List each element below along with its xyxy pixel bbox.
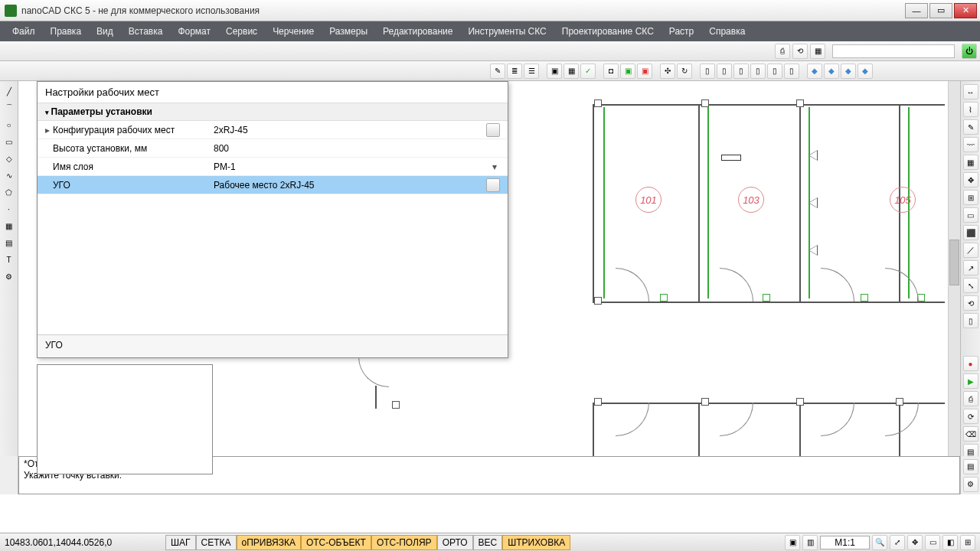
t2-12-icon[interactable]: ▯ [700,64,715,79]
panel-row-height[interactable]: Высота установки, мм 800 [38,139,508,158]
t2-11-icon[interactable]: ↻ [677,64,692,79]
panel-row-config[interactable]: ▸ Конфигурация рабочих мест 2xRJ-45 [38,121,508,139]
panel-group-header[interactable]: Параметры установки [38,103,508,121]
tool-c-icon[interactable]: ▦ [810,44,825,59]
toggle-hatch[interactable]: ШТРИХОВКА [502,535,570,550]
menu-help[interactable]: Справка [701,23,753,40]
toggle-lweight[interactable]: ВЕС [473,535,503,550]
toggle-otrack[interactable]: ОТС-ОБЪЕКТ [301,535,371,550]
lt-4-icon[interactable]: ▭ [2,135,16,148]
menu-format[interactable]: Формат [170,23,218,40]
row-browse-button[interactable] [486,123,500,137]
toggle-grid[interactable]: СЕТКА [196,535,237,550]
panel-row-ugo[interactable]: УГО Рабочее место 2xRJ-45 [38,176,508,194]
rt-12-icon[interactable]: ⤡ [963,278,978,293]
cmd-btn-1-icon[interactable]: ▤ [963,459,978,474]
rt-14-icon[interactable]: ▯ [963,313,978,328]
menu-draw[interactable]: Черчение [265,23,322,40]
rt-1-icon[interactable]: ↔ [963,84,978,99]
status-icon-1[interactable]: ▣ [785,535,800,550]
exit-icon[interactable]: ⏻ [962,44,977,59]
panel-row-layer[interactable]: Имя слоя PM-1 ▾ [38,158,508,176]
t2-13-icon[interactable]: ▯ [717,64,732,79]
tool-b-icon[interactable]: ⟲ [792,44,808,59]
menu-insert[interactable]: Вставка [121,23,171,40]
status-pan-icon[interactable]: ✥ [907,535,923,550]
rt-play-icon[interactable]: ▶ [963,373,978,389]
vertical-scrollbar[interactable] [948,81,960,478]
lt-text-icon[interactable]: T [2,253,16,266]
t2-7-icon[interactable]: ◘ [603,64,619,79]
t2-3-icon[interactable]: ☰ [524,64,539,79]
scrollbar-thumb[interactable] [949,240,959,285]
rt-4-icon[interactable]: 〰 [963,137,978,152]
t2-10-icon[interactable]: ✣ [660,64,675,79]
rt-10-icon[interactable]: ／ [963,243,978,258]
t2-9-icon[interactable]: ▣ [637,64,652,79]
menu-modify[interactable]: Редактирование [375,23,460,40]
rt-11-icon[interactable]: ↗ [963,260,978,276]
t2-20-icon[interactable]: ◆ [841,64,856,79]
rt-9-icon[interactable]: ⬛ [963,225,978,240]
lt-2-icon[interactable]: ⌒ [2,101,16,115]
t2-17-icon[interactable]: ▯ [784,64,799,79]
t2-21-icon[interactable]: ◆ [858,64,873,79]
menu-raster[interactable]: Растр [662,23,701,40]
menu-dimensions[interactable]: Размеры [322,23,375,40]
rt-19-icon[interactable]: ⌫ [963,426,978,442]
status-y-icon[interactable]: ◧ [942,535,958,550]
t2-4-icon[interactable]: ▣ [547,64,562,79]
t2-5-icon[interactable]: ▦ [564,64,579,79]
toolbar-input[interactable] [832,44,955,58]
t2-2-icon[interactable]: ≣ [507,64,522,79]
row-value[interactable]: 800 [214,143,500,154]
dropdown-icon[interactable]: ▾ [489,161,500,172]
toggle-snap[interactable]: ШАГ [165,535,196,550]
rt-18-icon[interactable]: ⟳ [963,409,978,424]
rt-3-icon[interactable]: ✎ [963,119,978,135]
cmd-btn-2-icon[interactable]: ⚙ [963,477,978,492]
toggle-polar[interactable]: ОТС-ПОЛЯР [371,535,437,550]
toggle-ortho[interactable]: ОРТО [437,535,473,550]
lt-12-icon[interactable]: ⚙ [2,269,16,283]
rt-8-icon[interactable]: ▭ [963,207,978,223]
lt-5-icon[interactable]: ◇ [2,152,16,165]
t2-19-icon[interactable]: ◆ [824,64,839,79]
rt-17-icon[interactable]: ⎙ [963,391,978,406]
maximize-button[interactable]: ▭ [929,3,952,18]
t2-8-icon[interactable]: ▣ [620,64,635,79]
rt-13-icon[interactable]: ⟲ [963,295,978,311]
t2-6-icon[interactable]: ✓ [580,64,596,79]
row-value[interactable]: PM-1 [214,161,489,172]
lt-6-icon[interactable]: ∿ [2,168,16,182]
lt-7-icon[interactable]: ⬠ [2,185,16,199]
t2-14-icon[interactable]: ▯ [733,64,749,79]
status-icon-2[interactable]: ▥ [802,535,818,550]
menu-sks-tools[interactable]: Инструменты СКС [460,23,554,40]
status-x-icon[interactable]: ▭ [925,535,940,550]
menu-edit[interactable]: Правка [43,23,90,40]
close-button[interactable]: ✕ [954,3,977,18]
scale-display[interactable]: M1:1 [820,536,870,549]
row-value[interactable]: 2xRJ-45 [214,125,486,135]
rt-2-icon[interactable]: ⌇ [963,102,978,117]
rt-5-icon[interactable]: ▦ [963,155,978,170]
menu-file[interactable]: Файл [5,23,43,40]
minimize-button[interactable]: — [905,3,928,18]
t2-15-icon[interactable]: ▯ [750,64,766,79]
lt-10-icon[interactable]: ▤ [2,236,16,249]
t2-16-icon[interactable]: ▯ [767,64,782,79]
lt-3-icon[interactable]: ○ [2,118,16,132]
menu-sks-design[interactable]: Проектирование СКС [554,23,662,40]
status-zoom-icon[interactable]: ⤢ [890,535,905,550]
rt-7-icon[interactable]: ⊞ [963,190,978,205]
t2-18-icon[interactable]: ◆ [807,64,822,79]
rt-6-icon[interactable]: ✥ [963,172,978,187]
rt-rec-icon[interactable]: ● [963,356,978,371]
lt-1-icon[interactable]: ╱ [2,84,16,98]
row-value[interactable]: Рабочее место 2xRJ-45 [214,180,486,191]
toggle-osnap[interactable]: оПРИВЯЗКА [237,535,301,550]
lt-8-icon[interactable]: · [2,202,16,216]
menu-view[interactable]: Вид [89,23,121,40]
canvas[interactable]: 101 103 105 [18,81,960,494]
